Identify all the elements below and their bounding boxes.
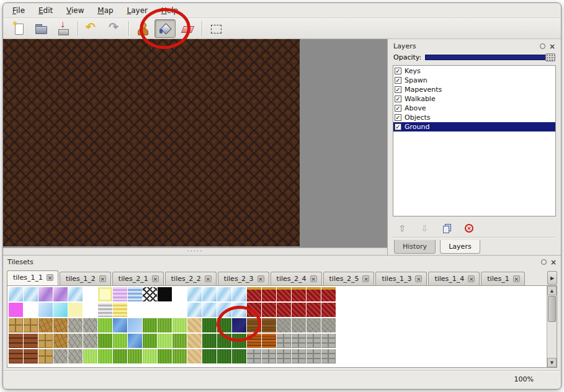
- layer-visibility-checkbox[interactable]: ✓: [395, 123, 401, 130]
- tileset-tab[interactable]: tiles_1 ×: [481, 272, 524, 285]
- tile-sand[interactable]: [187, 349, 202, 363]
- tile-pave[interactable]: [307, 334, 321, 348]
- tab-close-icon[interactable]: ×: [257, 275, 264, 282]
- tile-water[interactable]: [128, 334, 142, 348]
- tile-violet[interactable]: [53, 287, 68, 301]
- tile-graystones[interactable]: [83, 318, 97, 332]
- tile-lilacstripe[interactable]: [113, 287, 127, 301]
- layer-visibility-checkbox[interactable]: ✓: [395, 114, 401, 121]
- new-map-button[interactable]: [8, 19, 29, 38]
- tile-carpetedge[interactable]: [247, 287, 261, 301]
- panel-tab[interactable]: Layers: [440, 240, 480, 254]
- splitter-handle[interactable]: [3, 247, 387, 255]
- layer-row[interactable]: ✓ Mapevents: [393, 85, 555, 94]
- tile-blank[interactable]: [143, 303, 157, 317]
- tile-graystones[interactable]: [68, 334, 83, 348]
- tile-blank[interactable]: [158, 303, 172, 317]
- tab-close-icon[interactable]: ×: [152, 275, 159, 282]
- undo-button[interactable]: [81, 19, 102, 38]
- tile-cobble[interactable]: [277, 318, 291, 332]
- tile-grassdark[interactable]: [217, 318, 231, 332]
- tile-violet[interactable]: [38, 287, 53, 301]
- close-panel-icon[interactable]: ×: [549, 43, 555, 50]
- layer-row[interactable]: ✓ Ground: [393, 122, 555, 131]
- tab-close-icon[interactable]: ×: [513, 275, 520, 282]
- open-button[interactable]: [30, 19, 51, 38]
- tile-cobble[interactable]: [292, 318, 306, 332]
- tileset-tab[interactable]: tiles_1_3 ×: [375, 272, 427, 285]
- tile-carpet[interactable]: [321, 303, 336, 317]
- tile-grass[interactable]: [113, 349, 127, 363]
- tile-bluestripe[interactable]: [128, 287, 142, 301]
- float-panel-icon[interactable]: [540, 43, 545, 49]
- tileset-tab[interactable]: tiles_1_2 ×: [60, 272, 111, 285]
- layer-row[interactable]: ✓ Walkable: [393, 94, 555, 104]
- tile-sand[interactable]: [187, 318, 202, 332]
- tile-graystripe[interactable]: [98, 303, 112, 317]
- close-panel-icon[interactable]: ×: [550, 259, 557, 265]
- tile-waterlight[interactable]: [128, 318, 142, 332]
- tile-graystones[interactable]: [83, 334, 97, 348]
- tile-ice[interactable]: [232, 287, 246, 301]
- tileset-tab[interactable]: tiles_2_4 ×: [271, 272, 322, 285]
- tile-ice[interactable]: [187, 287, 202, 301]
- tile-cracked[interactable]: [38, 318, 53, 332]
- tile-rust[interactable]: [262, 334, 276, 348]
- tile-carpet[interactable]: [262, 303, 276, 317]
- tile-grass2[interactable]: [172, 349, 187, 363]
- scroll-up-button[interactable]: ▲: [547, 286, 557, 295]
- layer-visibility-checkbox[interactable]: ✓: [395, 77, 401, 84]
- tile-cobble[interactable]: [321, 318, 336, 332]
- tile-carpet[interactable]: [277, 303, 291, 317]
- eraser-tool-button[interactable]: [177, 19, 198, 38]
- tile-darknavy[interactable]: [232, 318, 246, 332]
- tile-blank[interactable]: [83, 303, 97, 317]
- tile-magenta[interactable]: [9, 303, 23, 317]
- tile-pave[interactable]: [277, 349, 291, 363]
- tile-blank[interactable]: [128, 303, 142, 317]
- tile-brick[interactable]: [9, 334, 23, 348]
- tile-grassdark[interactable]: [232, 349, 246, 363]
- tile-rust[interactable]: [247, 334, 261, 348]
- menu-item[interactable]: Layer: [121, 5, 153, 16]
- select-tool-button[interactable]: [205, 19, 226, 38]
- tile-tanstone[interactable]: [9, 318, 23, 332]
- tile-graystones[interactable]: [68, 318, 83, 332]
- tile-grasslight[interactable]: [143, 349, 157, 363]
- tile-grass2[interactable]: [158, 318, 172, 332]
- layer-row[interactable]: ✓ Objects: [393, 113, 555, 122]
- tile-grasslight[interactable]: [172, 318, 187, 332]
- tile-pave[interactable]: [277, 334, 291, 348]
- tile-wood[interactable]: [262, 318, 276, 332]
- menu-item[interactable]: Help: [156, 5, 184, 16]
- tile-ice[interactable]: [68, 287, 83, 301]
- duplicate-layer-button[interactable]: [440, 221, 454, 235]
- tile-grass2[interactable]: [172, 334, 187, 348]
- tile-grass2[interactable]: [128, 349, 142, 363]
- delete-layer-button[interactable]: ×: [462, 221, 476, 235]
- tile-pave[interactable]: [292, 349, 306, 363]
- tile-grassdark[interactable]: [217, 349, 231, 363]
- panel-tab[interactable]: History: [394, 240, 436, 254]
- tile-grassdark[interactable]: [202, 334, 217, 348]
- menu-item[interactable]: Edit: [33, 5, 58, 16]
- layer-up-button[interactable]: ⇧: [395, 221, 409, 235]
- tile-cobble[interactable]: [307, 318, 321, 332]
- scroll-thumb[interactable]: [548, 296, 556, 322]
- tile-tanstone[interactable]: [38, 334, 53, 348]
- tile-carpetedge[interactable]: [262, 287, 276, 301]
- tile-blank[interactable]: [24, 303, 38, 317]
- tile-tanstone[interactable]: [24, 318, 38, 332]
- tile-water[interactable]: [113, 318, 127, 332]
- tile-brick[interactable]: [24, 349, 38, 363]
- opacity-slider[interactable]: [425, 53, 555, 61]
- scroll-down-button[interactable]: ▼: [547, 358, 557, 367]
- tile-ice[interactable]: [232, 303, 246, 317]
- tile-pave[interactable]: [292, 334, 306, 348]
- tile-carpet[interactable]: [247, 303, 261, 317]
- tile-brick[interactable]: [9, 349, 23, 363]
- layer-visibility-checkbox[interactable]: ✓: [395, 68, 401, 74]
- tab-close-icon[interactable]: ×: [205, 275, 212, 282]
- tile-ice[interactable]: [217, 303, 231, 317]
- tileset-tab[interactable]: tiles_2_1 ×: [112, 272, 164, 285]
